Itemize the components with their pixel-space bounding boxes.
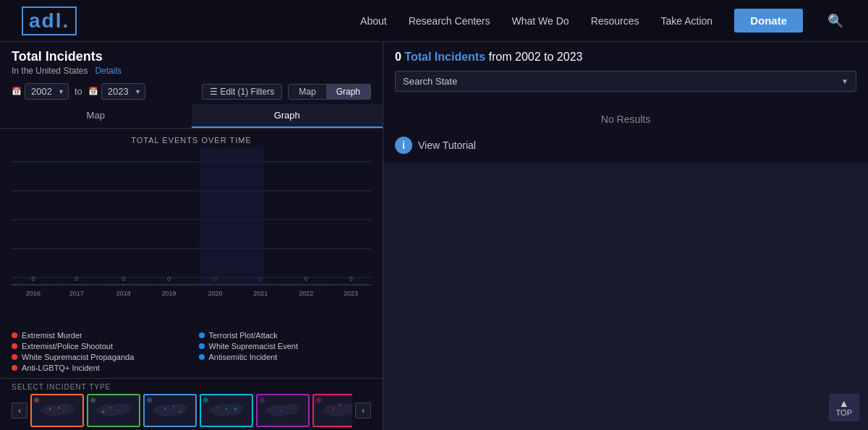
incident-card-2[interactable] — [87, 394, 140, 427]
year-to-select[interactable]: 2023 — [101, 83, 145, 100]
to-label-text: to — [544, 51, 557, 63]
graph-view-button[interactable]: Graph — [326, 85, 370, 99]
left-panel: Total Incidents In the United States Det… — [0, 42, 383, 430]
chart-svg: 0 0 0 0 0 0 0 0 2016 2017 2018 2019 2020… — [12, 147, 371, 306]
svg-point-41 — [280, 410, 282, 412]
donate-button[interactable]: Donate — [734, 9, 803, 33]
svg-point-46 — [339, 403, 341, 406]
results-count: 0 — [395, 51, 401, 63]
top-label: TOP — [836, 408, 852, 417]
scroll-right-button[interactable]: › — [355, 403, 371, 418]
chart-container: 0 0 0 0 0 0 0 0 2016 2017 2018 2019 2020… — [12, 147, 371, 306]
chevron-down-icon: ▼ — [841, 77, 848, 85]
main-nav: About Research Centers What We Do Resour… — [360, 9, 846, 33]
subtitle: In the United States Details — [12, 66, 371, 76]
legend-dot-6 — [199, 354, 205, 360]
svg-text:2017: 2017 — [69, 290, 84, 297]
legend-item-3: Extremist/Police Shootout — [12, 342, 184, 351]
svg-point-31 — [102, 410, 105, 413]
map-view-button[interactable]: Map — [289, 85, 326, 99]
filter-button[interactable]: ☰ Edit (1) Filters — [202, 84, 283, 100]
top-button[interactable]: ▲ TOP — [829, 394, 859, 421]
svg-text:2018: 2018 — [116, 290, 131, 297]
incident-card-6[interactable] — [312, 394, 352, 427]
legend-item-5: White Supremacist Propaganda — [12, 353, 184, 361]
nav-item-take-action[interactable]: Take Action — [661, 15, 713, 27]
legend-label-1: Extremist Murder — [22, 331, 82, 340]
legend-label-4: White Supremacist Event — [209, 342, 299, 351]
legend: Extremist Murder Terrorist Plot/Attack E… — [0, 328, 383, 378]
chart-label: TOTAL EVENTS OVER TIME — [12, 136, 371, 145]
nav-item-resources[interactable]: Resources — [591, 15, 639, 27]
subtitle-text: In the United States — [12, 66, 88, 76]
svg-text:0: 0 — [305, 275, 308, 283]
nav-item-about[interactable]: About — [360, 15, 387, 27]
logo-text: adl. — [22, 7, 77, 35]
incident-cards — [30, 394, 352, 427]
filter-label: Edit (1) Filters — [221, 87, 275, 97]
card-map-3 — [145, 395, 195, 426]
from-label-text: from — [489, 51, 515, 63]
controls-right: ☰ Edit (1) Filters Map Graph — [202, 84, 371, 100]
tab-graph[interactable]: Graph — [192, 104, 383, 128]
results-total-label: Total Incidents — [404, 51, 485, 63]
legend-dot-1 — [12, 332, 17, 338]
state-search-dropdown[interactable]: Search State ▼ — [395, 71, 856, 92]
results-year-from: 2002 — [515, 51, 541, 63]
filter-icon: ☰ — [210, 87, 218, 97]
nav-item-what-we-do[interactable]: What We Do — [512, 15, 569, 27]
svg-text:0: 0 — [31, 275, 35, 283]
incident-type-label: SELECT INCIDENT TYPE — [12, 383, 371, 391]
svg-point-35 — [179, 410, 182, 413]
controls-bar: 2002 to 2023 ☰ Edit (1) Filters Map Grap… — [0, 79, 383, 104]
tutorial-button[interactable]: i View Tutorial — [395, 137, 856, 154]
no-results-text: No Results — [395, 113, 856, 125]
year-to-wrapper: 2023 — [88, 83, 145, 100]
legend-label-6: Antisemitic Incident — [209, 353, 278, 361]
legend-label-5: White Supremacist Propaganda — [22, 353, 134, 361]
tab-buttons: Map Graph — [0, 104, 383, 129]
svg-point-45 — [346, 410, 348, 411]
right-panel: 0 Total Incidents from 2002 to 2023 Sear… — [383, 42, 868, 163]
svg-text:2022: 2022 — [299, 290, 313, 297]
incident-card-4[interactable] — [200, 394, 253, 427]
legend-label-2: Terrorist Plot/Attack — [209, 331, 278, 340]
incident-type-scroll: ‹ — [12, 394, 371, 427]
legend-label-3: Extremist/Police Shootout — [22, 342, 113, 351]
svg-text:2020: 2020 — [208, 290, 222, 297]
svg-point-29 — [109, 407, 111, 409]
svg-point-39 — [234, 408, 237, 410]
details-link[interactable]: Details — [95, 66, 122, 76]
legend-dot-7 — [12, 365, 17, 371]
incident-card-1[interactable] — [30, 394, 84, 427]
scroll-left-button[interactable]: ‹ — [12, 403, 27, 418]
year-from-select[interactable]: 2002 — [25, 83, 69, 100]
results-year-to: 2023 — [557, 51, 583, 63]
svg-point-30 — [118, 410, 119, 411]
legend-item-6: Antisemitic Incident — [199, 353, 372, 361]
to-label: to — [75, 86, 82, 97]
svg-point-34 — [173, 405, 174, 407]
tab-map[interactable]: Map — [0, 104, 192, 128]
state-search-placeholder: Search State — [403, 76, 457, 87]
svg-text:2021: 2021 — [253, 290, 268, 297]
nav-item-research[interactable]: Research Centers — [409, 15, 490, 27]
incident-card-3[interactable] — [143, 394, 197, 427]
svg-text:2016: 2016 — [26, 290, 41, 297]
year-range: 2002 to 2023 — [12, 83, 145, 100]
incident-card-5[interactable] — [256, 394, 310, 427]
top-arrow-icon: ▲ — [839, 398, 849, 408]
title-bar: Total Incidents In the United States Det… — [0, 42, 383, 79]
svg-point-26 — [58, 407, 60, 409]
svg-text:0: 0 — [349, 275, 353, 283]
svg-point-25 — [49, 408, 51, 410]
svg-text:0: 0 — [167, 275, 171, 283]
svg-text:0: 0 — [75, 275, 78, 283]
legend-dot-5 — [12, 354, 17, 360]
svg-point-33 — [164, 408, 166, 410]
search-icon: 🔍 — [827, 14, 843, 28]
search-icon-button[interactable]: 🔍 — [825, 10, 846, 32]
svg-rect-22 — [199, 147, 264, 285]
legend-dot-2 — [199, 332, 205, 338]
svg-text:0: 0 — [122, 275, 125, 283]
